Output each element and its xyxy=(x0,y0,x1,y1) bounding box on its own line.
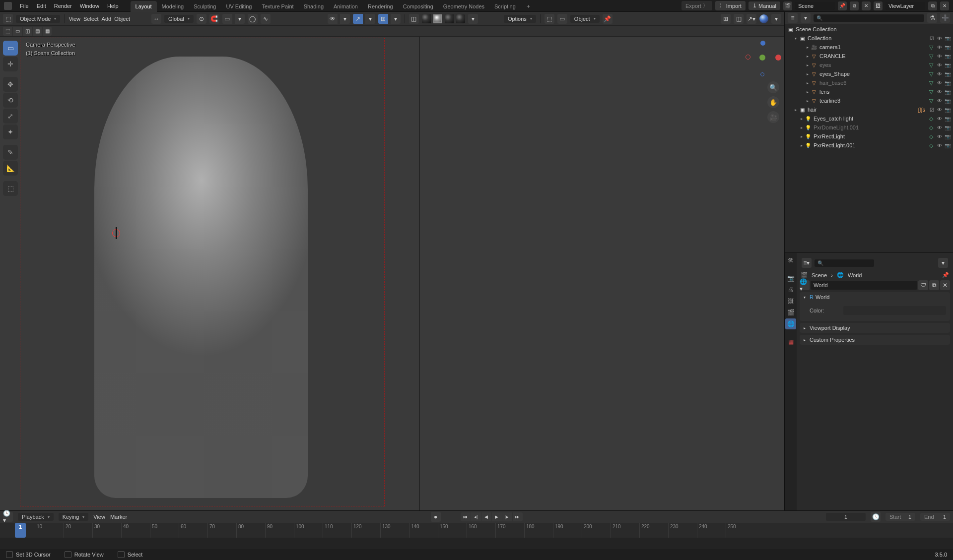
render-icon[interactable]: 📷 xyxy=(944,71,951,77)
timeline-marker-menu[interactable]: Marker xyxy=(110,514,127,520)
object-menu[interactable]: Object xyxy=(114,16,130,22)
disclose-icon[interactable]: ▸ xyxy=(805,90,811,94)
render-icon[interactable]: 📷 xyxy=(944,80,951,86)
play-icon[interactable]: ▶ xyxy=(492,512,502,521)
render-icon[interactable]: 📷 xyxy=(944,98,951,104)
tree-scene-collection[interactable]: ▣ Scene Collection xyxy=(785,25,953,34)
tool-add-primitive[interactable]: ⬚ xyxy=(3,181,18,196)
second-editor-type-icon[interactable]: ⬚ xyxy=(545,14,554,24)
prop-tab-scene[interactable]: 🎬 xyxy=(785,307,796,318)
render-icon[interactable]: 📷 xyxy=(944,54,951,59)
disclose-icon[interactable]: ▸ xyxy=(805,99,811,103)
tool-transform[interactable]: ✦ xyxy=(3,124,18,139)
shading-second-icon[interactable] xyxy=(759,14,768,23)
delete-scene-icon[interactable]: ✕ xyxy=(862,1,871,10)
eye-icon[interactable]: 👁 xyxy=(936,54,943,59)
view-axis-icon[interactable]: ⊞ xyxy=(721,14,731,24)
timeline-ruler[interactable]: 1 10203040506070809010011012013014015016… xyxy=(0,523,953,538)
preview-range-icon[interactable]: 🕓 xyxy=(871,512,881,522)
panel-custom-properties-header[interactable]: Custom Properties xyxy=(800,335,950,345)
render-icon[interactable]: 📷 xyxy=(944,125,951,130)
tree-item-Eyes_catch light[interactable]: ▸💡Eyes_catch light◇👁📷 xyxy=(785,114,953,123)
snap-element-icon[interactable]: ▭ xyxy=(222,14,232,24)
eye-icon[interactable]: 👁 xyxy=(936,143,943,148)
eye-icon[interactable]: 👁 xyxy=(936,71,943,77)
eye-icon[interactable]: 👁 xyxy=(936,98,943,104)
render-icon[interactable]: 📷 xyxy=(944,62,951,68)
disclose-icon[interactable]: ▸ xyxy=(799,134,805,139)
axis-z-icon[interactable] xyxy=(760,41,765,46)
props-editor-icon[interactable]: ≡▾ xyxy=(802,258,812,268)
axis-zneg-icon[interactable] xyxy=(760,72,764,76)
workspace-tab-shading[interactable]: Shading xyxy=(299,1,329,12)
tool-select-box[interactable]: ▭ xyxy=(3,41,18,56)
pin-icon[interactable]: 📌 xyxy=(603,14,613,24)
select-mode-1[interactable]: ⬚ xyxy=(3,27,12,36)
render-icon[interactable]: 📷 xyxy=(944,116,951,122)
proportional-falloff-icon[interactable]: ∿ xyxy=(261,14,271,24)
disclose-icon[interactable]: ▸ xyxy=(793,108,799,112)
outliner-display-mode-icon[interactable]: ▾ xyxy=(801,13,811,23)
pin-scene-icon[interactable]: 📌 xyxy=(838,1,847,10)
prop-tab-world[interactable]: 🌐 xyxy=(785,318,796,329)
prop-tab-render[interactable]: 📷 xyxy=(785,273,796,284)
select-menu[interactable]: Select xyxy=(83,16,99,22)
camera-view-icon[interactable]: 🎥 xyxy=(767,111,779,123)
menu-edit[interactable]: Edit xyxy=(33,3,50,9)
tool-rotate[interactable]: ⟲ xyxy=(3,93,18,108)
disclose-icon[interactable]: ▸ xyxy=(799,143,805,148)
orientation-icon[interactable]: ↔ xyxy=(151,14,161,24)
eye-icon[interactable]: 👁 xyxy=(936,62,943,68)
tree-hair[interactable]: ▸ ▣ hair ∫∫∫s ☑👁📷 xyxy=(785,105,953,114)
tree-item-eyes[interactable]: ▸▽eyes▽👁📷 xyxy=(785,61,953,69)
shading-wireframe-icon[interactable] xyxy=(422,14,431,23)
axis-xneg-icon[interactable] xyxy=(746,55,750,60)
workspace-tab-modeling[interactable]: Modeling xyxy=(157,1,189,12)
second-mode-icon[interactable]: ▭ xyxy=(557,14,567,24)
tool-scale[interactable]: ⤢ xyxy=(3,109,18,124)
snap-second-icon[interactable]: ◫ xyxy=(734,14,744,24)
timeline-view-menu[interactable]: View xyxy=(93,514,105,520)
viewlayer-name-field[interactable]: ViewLayer xyxy=(885,2,925,10)
outliner-filter-icon[interactable]: ⚗ xyxy=(927,13,937,23)
tree-item-camera1[interactable]: ▸🎥camera1▽👁📷 xyxy=(785,43,953,52)
pin-props-icon[interactable]: 📌 xyxy=(942,272,949,278)
exclude-checkbox-icon[interactable]: ☑ xyxy=(928,36,935,41)
copy-scene-icon[interactable]: ⧉ xyxy=(850,1,859,10)
scene-name-field[interactable]: Scene xyxy=(795,2,835,10)
xray-icon[interactable]: ◫ xyxy=(409,14,419,24)
disclose-icon[interactable]: ▸ xyxy=(805,81,811,85)
color-value-swatch[interactable] xyxy=(843,306,946,315)
panel-viewport-display-header[interactable]: Viewport Display xyxy=(800,323,950,333)
snap-icon[interactable]: 🧲 xyxy=(209,14,219,24)
tree-item-tearline3[interactable]: ▸▽tearline3▽👁📷 xyxy=(785,96,953,105)
workspace-tab-layout[interactable]: Layout xyxy=(131,1,157,12)
menu-render[interactable]: Render xyxy=(50,3,76,9)
orientation-dropdown[interactable]: Global xyxy=(164,15,194,23)
select-mode-4[interactable]: ▤ xyxy=(33,27,42,36)
breadcrumb-scene[interactable]: Scene xyxy=(812,272,827,278)
eye-icon[interactable]: 👁 xyxy=(936,116,943,122)
tree-collection[interactable]: ▾ ▣ Collection ☑👁📷 xyxy=(785,34,953,43)
workspace-tab-texture[interactable]: Texture Paint xyxy=(257,1,298,12)
editor-type-icon[interactable]: ⬚ xyxy=(3,14,13,24)
proportional-icon[interactable]: ◯ xyxy=(248,14,258,24)
timeline-editor-icon[interactable]: 🕓▾ xyxy=(3,512,13,522)
prop-tab-tool[interactable]: 🛠 xyxy=(785,255,796,266)
jump-start-icon[interactable]: ⏮ xyxy=(461,512,471,521)
props-options-icon[interactable]: ▾ xyxy=(938,258,948,268)
tree-item-hair_base6[interactable]: ▸▽hair_base6▽👁📷 xyxy=(785,78,953,87)
visibility-icon[interactable]: 👁 xyxy=(328,14,338,24)
disclose-icon[interactable]: ▸ xyxy=(799,117,805,121)
panel-world-header[interactable]: R World xyxy=(800,292,950,302)
workspace-tab-geonodes[interactable]: Geometry Nodes xyxy=(438,1,489,12)
proportional-second-icon[interactable]: ↗▾ xyxy=(747,14,756,24)
menu-file[interactable]: File xyxy=(16,3,33,9)
prev-key-icon[interactable]: ◂| xyxy=(471,512,481,521)
workspace-tab-uv[interactable]: UV Editing xyxy=(221,1,257,12)
outliner-search[interactable] xyxy=(814,14,924,22)
shading-second-dropdown-icon[interactable]: ▾ xyxy=(771,14,781,24)
prop-tab-texture[interactable]: ▦ xyxy=(785,336,796,347)
end-frame-field[interactable]: End1 xyxy=(920,513,950,521)
world-unlink-icon[interactable]: ✕ xyxy=(940,280,950,290)
